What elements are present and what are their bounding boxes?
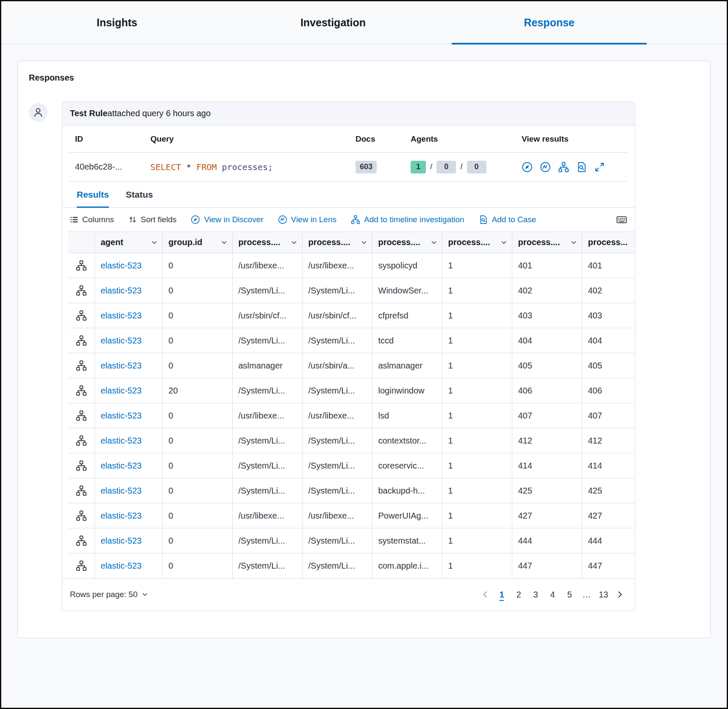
add-to-case-button[interactable]: Add to Case [479, 215, 536, 224]
analyzer-icon[interactable] [76, 335, 87, 346]
grid-cell[interactable]: 405 [582, 353, 635, 378]
analyzer-icon[interactable] [76, 535, 87, 546]
grid-cell[interactable]: 407 [512, 403, 582, 428]
grid-cell-agent[interactable]: elastic-523 [94, 478, 162, 503]
grid-cell[interactable]: /System/Li... [232, 278, 302, 303]
grid-cell[interactable]: 425 [512, 478, 582, 503]
grid-column-header[interactable]: agent [94, 232, 162, 253]
grid-cell-agent[interactable]: elastic-523 [94, 278, 162, 303]
grid-cell[interactable]: 1 [442, 253, 512, 278]
grid-cell[interactable]: 407 [582, 403, 635, 428]
grid-cell[interactable]: 403 [512, 303, 582, 328]
grid-control-cell[interactable] [68, 253, 94, 278]
grid-column-header[interactable]: process.... [512, 232, 582, 253]
agent-link[interactable]: elastic-523 [101, 511, 142, 520]
expand-results-button[interactable] [595, 162, 605, 172]
grid-cell[interactable]: tccd [372, 328, 442, 353]
sort-fields-button[interactable]: Sort fields [128, 215, 176, 224]
chevron-down-icon[interactable] [220, 239, 228, 246]
agent-link[interactable]: elastic-523 [101, 411, 142, 420]
pagination-page-2[interactable]: 2 [511, 586, 526, 603]
grid-control-cell[interactable] [68, 328, 94, 353]
grid-cell[interactable]: 1 [442, 403, 512, 428]
view-in-timeline-icon-button[interactable] [558, 162, 569, 173]
grid-cell[interactable]: 404 [582, 328, 635, 353]
grid-cell[interactable]: systemstat... [372, 528, 442, 553]
tab-investigation[interactable]: Investigation [225, 1, 441, 44]
pagination-page-5[interactable]: 5 [562, 586, 577, 603]
grid-cell[interactable]: /System/Li... [302, 528, 372, 553]
grid-cell-agent[interactable]: elastic-523 [94, 303, 162, 328]
grid-cell[interactable]: syspolicyd [372, 253, 442, 278]
grid-control-cell[interactable] [68, 353, 94, 378]
grid-control-cell[interactable] [68, 553, 94, 578]
grid-cell[interactable]: /System/Li... [302, 428, 372, 453]
grid-cell[interactable]: lsd [372, 403, 442, 428]
rows-per-page-button[interactable]: Rows per page: 50 [70, 590, 149, 599]
grid-control-cell[interactable] [68, 378, 94, 403]
grid-cell[interactable]: PowerUIAg... [372, 503, 442, 528]
grid-cell[interactable]: /usr/libexe... [232, 503, 302, 528]
grid-cell[interactable]: 0 [162, 353, 232, 378]
grid-cell[interactable]: /System/Li... [302, 378, 372, 403]
grid-cell-agent[interactable]: elastic-523 [94, 353, 162, 378]
grid-cell[interactable]: aslmanager [372, 353, 442, 378]
grid-cell[interactable]: 427 [512, 503, 582, 528]
grid-cell[interactable]: 447 [582, 553, 635, 578]
tab-response[interactable]: Response [441, 1, 657, 44]
grid-cell[interactable]: 0 [162, 403, 232, 428]
grid-cell-agent[interactable]: elastic-523 [94, 503, 162, 528]
grid-column-header[interactable]: process.... [302, 232, 372, 253]
pagination-ellipsis[interactable]: … [579, 586, 594, 603]
agent-link[interactable]: elastic-523 [101, 486, 142, 495]
grid-cell[interactable]: /usr/sbin/cf... [232, 303, 302, 328]
grid-cell[interactable]: 1 [442, 303, 512, 328]
grid-cell-agent[interactable]: elastic-523 [94, 453, 162, 478]
grid-column-header[interactable]: process... [582, 232, 635, 253]
grid-cell[interactable]: 403 [582, 303, 635, 328]
grid-control-cell[interactable] [68, 503, 94, 528]
chevron-down-icon[interactable] [290, 239, 298, 246]
pagination-page-1[interactable]: 1 [494, 586, 509, 603]
chevron-down-icon[interactable] [570, 239, 578, 246]
grid-column-header[interactable]: process.... [372, 232, 442, 253]
pagination-page-4[interactable]: 4 [545, 586, 560, 603]
grid-column-header[interactable]: process.... [232, 232, 302, 253]
grid-cell[interactable]: /usr/libexe... [232, 403, 302, 428]
grid-cell[interactable]: WindowSer... [372, 278, 442, 303]
view-in-lens-button[interactable]: View in Lens [278, 215, 336, 224]
pagination-page-13[interactable]: 13 [596, 586, 611, 603]
agent-link[interactable]: elastic-523 [101, 286, 142, 295]
view-in-discover-icon-button[interactable] [522, 162, 533, 173]
agent-link[interactable]: elastic-523 [101, 261, 142, 270]
analyzer-icon[interactable] [76, 310, 87, 321]
add-to-timeline-button[interactable]: Add to timeline investigation [351, 215, 464, 224]
grid-cell[interactable]: /System/Li... [232, 328, 302, 353]
grid-cell[interactable]: 0 [162, 478, 232, 503]
pagination-next-button[interactable] [613, 590, 627, 599]
grid-cell[interactable]: /System/Li... [302, 278, 372, 303]
pagination-page-3[interactable]: 3 [528, 586, 543, 603]
grid-control-cell[interactable] [68, 528, 94, 553]
view-case-icon-button[interactable] [576, 162, 587, 173]
grid-cell[interactable]: 412 [582, 428, 635, 453]
grid-cell[interactable]: 405 [512, 353, 582, 378]
grid-cell-agent[interactable]: elastic-523 [94, 378, 162, 403]
grid-cell[interactable]: /System/Li... [232, 428, 302, 453]
grid-control-cell[interactable] [68, 478, 94, 503]
columns-button[interactable]: Columns [70, 215, 114, 224]
grid-cell[interactable]: /System/Li... [302, 453, 372, 478]
analyzer-icon[interactable] [76, 260, 87, 271]
grid-cell[interactable]: 404 [512, 328, 582, 353]
grid-cell[interactable]: /usr/libexe... [232, 253, 302, 278]
grid-column-header[interactable]: group.id [162, 232, 232, 253]
grid-cell[interactable]: /usr/sbin/cf... [302, 303, 372, 328]
agent-link[interactable]: elastic-523 [101, 536, 142, 545]
grid-cell-agent[interactable]: elastic-523 [94, 253, 162, 278]
analyzer-icon[interactable] [76, 410, 87, 421]
chevron-down-icon[interactable] [430, 239, 438, 246]
grid-cell[interactable]: /System/Li... [302, 328, 372, 353]
grid-cell[interactable]: 1 [442, 328, 512, 353]
grid-cell[interactable]: /System/Li... [232, 478, 302, 503]
grid-cell[interactable]: 0 [162, 528, 232, 553]
